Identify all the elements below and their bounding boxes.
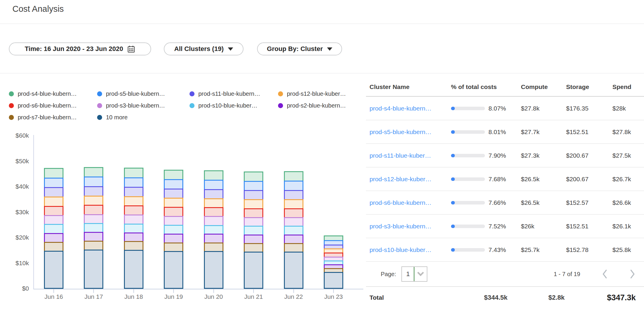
bar-segment[interactable]: [284, 208, 303, 218]
col-header-pct: % of total costs: [451, 83, 521, 90]
bar-segment[interactable]: [124, 215, 143, 224]
page-select[interactable]: 1: [401, 266, 427, 282]
prev-page-button[interactable]: [601, 269, 608, 279]
bar-segment[interactable]: [124, 224, 143, 233]
bar-segment[interactable]: [244, 252, 263, 289]
bar-segment[interactable]: [164, 234, 183, 243]
bar-segment[interactable]: [244, 208, 263, 218]
compute-value: $25.7k: [521, 246, 566, 253]
bar-segment[interactable]: [204, 243, 223, 252]
bar-segment[interactable]: [44, 224, 63, 234]
bar-segment[interactable]: [284, 171, 303, 182]
bar-segment[interactable]: [84, 167, 103, 178]
chevron-left-icon: [601, 269, 608, 279]
bar-segment[interactable]: [284, 190, 303, 200]
bar-segment[interactable]: [284, 226, 303, 235]
bar-segment[interactable]: [84, 241, 103, 250]
cluster-name-link[interactable]: prod-s12-blue-kuber…: [370, 176, 451, 183]
pct-progress-fill: [451, 201, 455, 205]
bar-segment[interactable]: [124, 233, 143, 242]
bar-segment[interactable]: [284, 243, 303, 253]
bar-segment[interactable]: [44, 215, 63, 225]
bar-segment[interactable]: [44, 168, 63, 179]
bar-segment[interactable]: [204, 198, 223, 208]
total-label: Total: [370, 294, 384, 301]
y-axis-tick-label: $20k: [4, 234, 29, 241]
bar-segment[interactable]: [204, 207, 223, 217]
bar-segment[interactable]: [284, 252, 303, 289]
bar-segment[interactable]: [164, 198, 183, 208]
cluster-name-link[interactable]: prod-s10-blue-kuber…: [370, 246, 451, 253]
table-row: prod-s4-blue-kubern…8.07%$27.8k$176.35$2…: [366, 97, 644, 120]
bar-segment[interactable]: [124, 196, 143, 206]
bar-segment[interactable]: [84, 232, 103, 242]
bar-segment[interactable]: [84, 250, 103, 289]
bar-segment[interactable]: [84, 186, 103, 197]
bar-segment[interactable]: [44, 242, 63, 252]
table-row: prod-s11-blue-kuber…7.90%$27.3k$200.67$2…: [366, 144, 644, 167]
bar-segment[interactable]: [84, 205, 103, 215]
bar-segment[interactable]: [124, 250, 143, 289]
bar-segment[interactable]: [284, 199, 303, 209]
bar-segment[interactable]: [164, 189, 183, 199]
bar-segment[interactable]: [124, 168, 143, 178]
bar-segment[interactable]: [244, 172, 263, 182]
pct-progress-track: [451, 177, 485, 181]
next-page-button[interactable]: [629, 269, 636, 279]
cluster-name-link[interactable]: prod-s3-blue-kubern…: [370, 223, 451, 230]
bar-segment[interactable]: [244, 226, 263, 235]
bar-segment[interactable]: [124, 177, 143, 188]
bar-segment[interactable]: [244, 181, 263, 191]
y-axis-tick-label: $10k: [4, 260, 29, 267]
bar-segment[interactable]: [84, 177, 103, 187]
bar-segment[interactable]: [164, 179, 183, 189]
bar-segment[interactable]: [44, 251, 63, 289]
bar-segment[interactable]: [44, 178, 63, 188]
cost-table: Cluster Name % of total costs Compute St…: [366, 78, 644, 309]
bar-segment[interactable]: [44, 197, 63, 207]
cluster-name-link[interactable]: prod-s5-blue-kubern…: [370, 128, 451, 136]
bar-segment[interactable]: [44, 187, 63, 197]
bar-segment[interactable]: [204, 180, 223, 190]
bar-segment[interactable]: [284, 235, 303, 244]
bar-segment[interactable]: [204, 251, 223, 289]
pct-cell: 8.01%: [451, 128, 521, 136]
bar-segment[interactable]: [164, 251, 183, 289]
bar-segment[interactable]: [84, 196, 103, 206]
pct-value: 7.90%: [488, 152, 506, 159]
bar-segment[interactable]: [84, 214, 103, 224]
bar-segment[interactable]: [204, 170, 223, 181]
bar-segment[interactable]: [44, 233, 63, 243]
bar-segment[interactable]: [124, 205, 143, 215]
bar-segment[interactable]: [244, 217, 263, 227]
bar-segment[interactable]: [84, 223, 103, 233]
pct-value: 7.66%: [488, 199, 506, 206]
bar-segment[interactable]: [164, 170, 183, 180]
cluster-name-link[interactable]: prod-s11-blue-kuber…: [370, 152, 451, 159]
bar-segment[interactable]: [164, 207, 183, 217]
bar-segment[interactable]: [204, 234, 223, 243]
bar-segment[interactable]: [164, 216, 183, 226]
x-axis-tick: [53, 289, 54, 293]
bar-segment[interactable]: [284, 217, 303, 227]
cluster-name-link[interactable]: prod-s4-blue-kubern…: [370, 105, 451, 112]
bar-segment[interactable]: [324, 272, 343, 289]
bar-segment[interactable]: [244, 235, 263, 244]
bar-segment[interactable]: [284, 181, 303, 191]
bar-segment[interactable]: [44, 206, 63, 216]
bar-segment[interactable]: [164, 243, 183, 252]
storage-value: $200.67: [566, 176, 612, 183]
bar-segment[interactable]: [164, 225, 183, 235]
bar-segment[interactable]: [124, 187, 143, 197]
bar-segment[interactable]: [244, 190, 263, 200]
bar-segment[interactable]: [204, 189, 223, 199]
x-axis-tick: [133, 289, 134, 293]
cluster-name-link[interactable]: prod-s6-blue-kubern…: [370, 199, 451, 206]
bar-segment[interactable]: [204, 216, 223, 226]
bar-segment[interactable]: [244, 199, 263, 209]
storage-value: $152.57: [566, 199, 612, 206]
bar-segment[interactable]: [244, 243, 263, 253]
spend-value: $27.8k: [612, 128, 644, 136]
bar-segment[interactable]: [124, 241, 143, 250]
bar-segment[interactable]: [204, 225, 223, 235]
